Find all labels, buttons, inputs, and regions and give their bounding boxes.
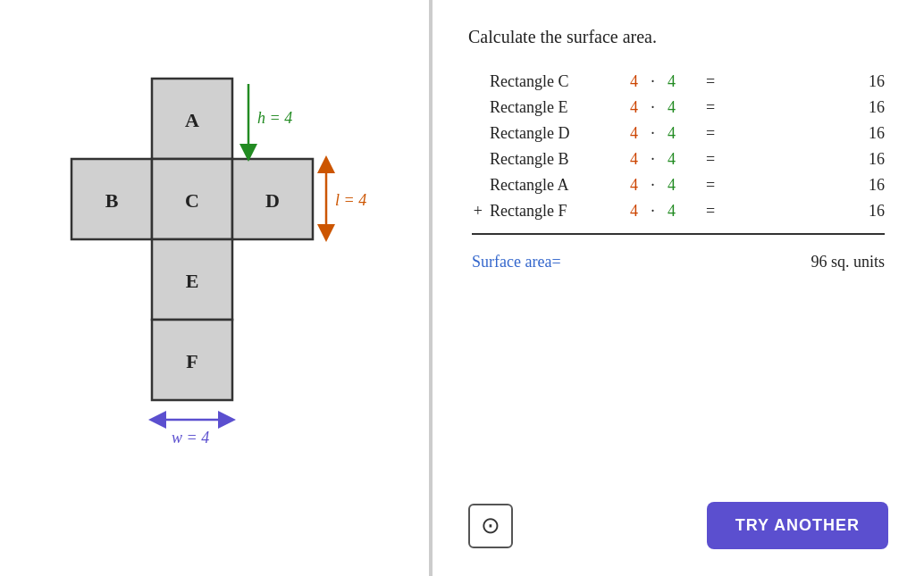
dot: · — [642, 198, 664, 224]
formula-table: Rectangle C4·4=16Rectangle E4·4=16Rectan… — [468, 69, 888, 275]
result: 16 — [727, 198, 888, 224]
dot: · — [642, 95, 664, 121]
equals: = — [694, 198, 727, 224]
bottom-bar: ⊙ TRY ANOTHER — [468, 502, 888, 549]
label-d: D — [265, 189, 280, 212]
result: 16 — [727, 121, 888, 146]
zoom-icon: ⊙ — [481, 512, 500, 539]
label-a: A — [185, 109, 199, 131]
dot: · — [642, 69, 664, 95]
surface-area-row: Surface area= 96 sq. units — [468, 244, 888, 275]
plus-sign — [468, 172, 486, 198]
result: 16 — [727, 172, 888, 198]
divider-row — [468, 224, 888, 244]
instruction-text: Calculate the surface area. — [468, 27, 888, 47]
dot: · — [642, 146, 664, 172]
num1: 4 — [611, 95, 642, 121]
label-e: E — [186, 270, 199, 292]
rect-name: Rectangle A — [486, 172, 611, 198]
net-diagram: A B C D E F — [63, 34, 366, 543]
formula-row: Rectangle D4·4=16 — [468, 121, 888, 146]
num2: 4 — [664, 95, 694, 121]
label-f: F — [186, 350, 197, 372]
equals: = — [694, 95, 727, 121]
equals: = — [694, 146, 727, 172]
label-b: B — [105, 189, 119, 212]
equals: = — [694, 121, 727, 146]
plus-sign — [468, 121, 486, 146]
num1: 4 — [611, 121, 642, 146]
dot: · — [642, 121, 664, 146]
surface-area-value: 96 sq. units — [727, 244, 888, 275]
num2: 4 — [664, 121, 694, 146]
num2: 4 — [664, 172, 694, 198]
rect-name: Rectangle B — [486, 146, 611, 172]
num2: 4 — [664, 198, 694, 224]
l-label: l = 4 — [335, 191, 366, 209]
zoom-button[interactable]: ⊙ — [468, 504, 513, 548]
formula-row: Rectangle E4·4=16 — [468, 95, 888, 121]
formula-row: Rectangle C4·4=16 — [468, 69, 888, 95]
plus-sign — [468, 95, 486, 121]
result: 16 — [727, 95, 888, 121]
plus-sign: + — [468, 198, 486, 224]
num1: 4 — [611, 198, 642, 224]
label-c: C — [185, 189, 199, 212]
try-another-button[interactable]: TRY ANOTHER — [707, 502, 888, 549]
plus-sign — [468, 146, 486, 172]
right-panel: Calculate the surface area. Rectangle C4… — [433, 0, 924, 576]
h-label: h = 4 — [257, 109, 292, 127]
equals: = — [694, 172, 727, 198]
num1: 4 — [611, 69, 642, 95]
formula-row: Rectangle A4·4=16 — [468, 172, 888, 198]
formula-row: +Rectangle F4·4=16 — [468, 198, 888, 224]
result: 16 — [727, 69, 888, 95]
plus-sign — [468, 69, 486, 95]
num2: 4 — [664, 69, 694, 95]
num1: 4 — [611, 172, 642, 198]
surface-area-label: Surface area= — [468, 244, 611, 275]
result: 16 — [727, 146, 888, 172]
left-panel: A B C D E F — [0, 0, 429, 576]
dot: · — [642, 172, 664, 198]
rect-name: Rectangle C — [486, 69, 611, 95]
formula-row: Rectangle B4·4=16 — [468, 146, 888, 172]
rect-name: Rectangle E — [486, 95, 611, 121]
equals: = — [694, 69, 727, 95]
num1: 4 — [611, 146, 642, 172]
rect-name: Rectangle F — [486, 198, 611, 224]
rect-name: Rectangle D — [486, 121, 611, 146]
num2: 4 — [664, 146, 694, 172]
w-label: w = 4 — [172, 429, 209, 447]
